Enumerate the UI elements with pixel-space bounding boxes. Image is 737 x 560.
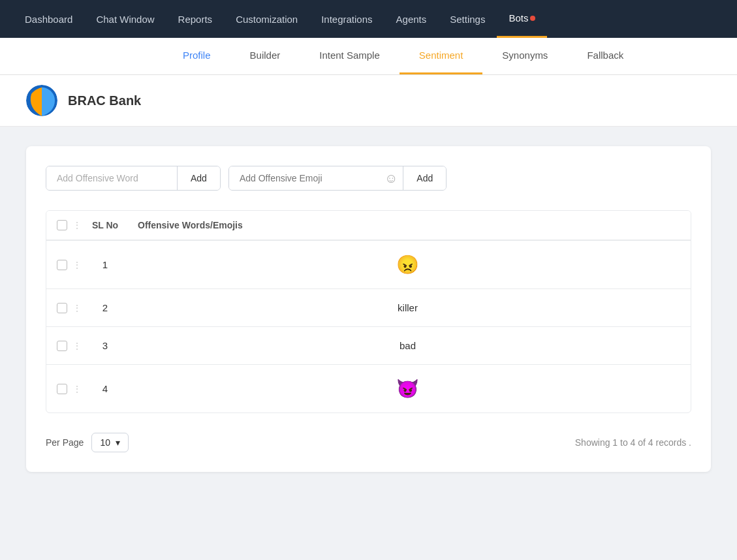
- row-1-emoji: 😠: [396, 254, 419, 275]
- tab-synonyms[interactable]: Synonyms: [482, 38, 567, 74]
- header-drag-handle: ⋮: [72, 220, 80, 230]
- offensive-words-table: ⋮ SL No Offensive Words/Emojis ⋮ 1 😠: [46, 210, 691, 413]
- row-3-value: bad: [125, 340, 691, 351]
- bots-notification-dot: [530, 16, 535, 21]
- nav-settings[interactable]: Settings: [438, 0, 497, 38]
- tab-intent-sample[interactable]: Intent Sample: [300, 38, 400, 74]
- tab-fallback[interactable]: Fallback: [567, 38, 643, 74]
- nav-reports[interactable]: Reports: [166, 0, 225, 38]
- table-row: ⋮ 4 😈: [46, 365, 691, 412]
- nav-customization[interactable]: Customization: [224, 0, 309, 38]
- chevron-down-icon: ▾: [116, 437, 120, 448]
- table-row: ⋮ 2 killer: [46, 289, 691, 327]
- row-1-left: ⋮ 1: [46, 259, 125, 270]
- table-header-left: ⋮ SL No: [46, 220, 125, 230]
- nav-bots[interactable]: Bots: [497, 0, 547, 38]
- row-4-slno: 4: [86, 383, 125, 394]
- row-3-checkbox[interactable]: [57, 341, 67, 351]
- row-3-drag-handle[interactable]: ⋮: [72, 341, 80, 351]
- row-4-value: 😈: [125, 378, 691, 399]
- row-2-drag-handle[interactable]: ⋮: [72, 303, 80, 313]
- row-1-slno: 1: [86, 259, 125, 270]
- row-4-left: ⋮ 4: [46, 383, 125, 394]
- table-footer: Per Page 10 ▾ Showing 1 to 4 of 4 record…: [46, 426, 691, 452]
- row-4-checkbox[interactable]: [57, 384, 67, 394]
- per-page-label: Per Page: [46, 437, 84, 448]
- row-2-checkbox[interactable]: [57, 303, 67, 313]
- column-header-slno: SL No: [86, 220, 125, 230]
- nav-chat-window[interactable]: Chat Window: [84, 0, 166, 38]
- add-word-input[interactable]: [46, 166, 177, 190]
- row-2-value: killer: [125, 302, 691, 313]
- table-row: ⋮ 3 bad: [46, 327, 691, 365]
- tab-profile[interactable]: Profile: [163, 38, 230, 74]
- nav-agents[interactable]: Agents: [384, 0, 439, 38]
- per-page-select[interactable]: 10 ▾: [91, 433, 129, 452]
- select-all-checkbox[interactable]: [57, 220, 67, 230]
- nav-integrations[interactable]: Integrations: [309, 0, 384, 38]
- row-1-checkbox[interactable]: [57, 260, 67, 270]
- brand-header: BRAC Bank: [0, 75, 737, 127]
- tab-sentiment[interactable]: Sentiment: [400, 38, 483, 74]
- column-header-offensive-words: Offensive Words/Emojis: [125, 220, 691, 230]
- row-1-drag-handle[interactable]: ⋮: [72, 260, 80, 270]
- row-2-left: ⋮ 2: [46, 302, 125, 313]
- row-3-slno: 3: [86, 340, 125, 351]
- row-1-value: 😠: [125, 254, 691, 275]
- add-emoji-button[interactable]: Add: [403, 166, 446, 190]
- main-content: Add ☺ Add ⋮ SL No Offensive Words/Emojis: [0, 127, 737, 491]
- add-emoji-input[interactable]: [229, 166, 379, 190]
- row-2-slno: 2: [86, 302, 125, 313]
- brand-name: BRAC Bank: [68, 93, 141, 108]
- add-row: Add ☺ Add: [46, 166, 691, 191]
- top-navigation: Dashboard Chat Window Reports Customizat…: [0, 0, 737, 38]
- add-emoji-group: ☺ Add: [228, 166, 447, 191]
- row-4-emoji: 😈: [396, 378, 419, 399]
- showing-records-label: Showing 1 to 4 of 4 records .: [575, 437, 691, 448]
- row-3-left: ⋮ 3: [46, 340, 125, 351]
- add-word-group: Add: [46, 166, 221, 191]
- smiley-icon: ☺: [379, 171, 403, 186]
- row-4-drag-handle[interactable]: ⋮: [72, 384, 80, 394]
- add-word-button[interactable]: Add: [177, 166, 220, 190]
- sub-navigation: Profile Builder Intent Sample Sentiment …: [0, 38, 737, 75]
- tab-builder[interactable]: Builder: [230, 38, 300, 74]
- nav-dashboard[interactable]: Dashboard: [13, 0, 84, 38]
- content-card: Add ☺ Add ⋮ SL No Offensive Words/Emojis: [26, 146, 711, 472]
- table-header: ⋮ SL No Offensive Words/Emojis: [46, 211, 691, 241]
- brand-logo: [26, 85, 57, 116]
- per-page-value: 10: [100, 437, 110, 448]
- table-row: ⋮ 1 😠: [46, 241, 691, 289]
